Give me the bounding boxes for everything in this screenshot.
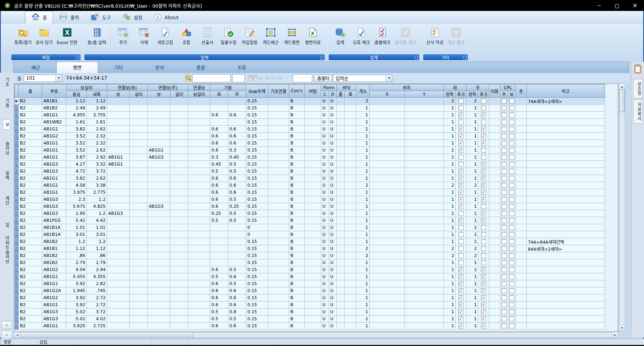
conn-beam-length-cell[interactable] — [188, 168, 210, 175]
pos-y-cell[interactable] — [405, 316, 444, 323]
zone-cell[interactable] — [516, 287, 527, 294]
foundation-conn-cell[interactable] — [268, 294, 289, 301]
row-marker[interactable] — [15, 112, 19, 119]
conn-left-length-cell[interactable] — [130, 182, 148, 189]
note-cell[interactable] — [527, 196, 605, 203]
anchor-right-cell[interactable]: 2 — [467, 252, 478, 259]
slab-thickness-cell[interactable]: 0.15 — [246, 309, 268, 316]
burim-cell[interactable] — [305, 301, 321, 309]
beam-center-cell[interactable]: 4.72 — [66, 168, 87, 175]
zone-cell[interactable] — [516, 119, 527, 126]
conc-cell[interactable]: B — [289, 133, 305, 140]
slab-thickness-cell[interactable]: 0.15 — [246, 266, 268, 273]
column-subheader-보[interactable]: 보 — [107, 91, 130, 98]
note-cell[interactable] — [527, 294, 605, 301]
column-left-cell[interactable] — [210, 245, 228, 252]
joint-cell[interactable] — [489, 259, 500, 266]
pos-y-cell[interactable] — [405, 294, 444, 301]
form-d-cell[interactable]: U — [329, 245, 337, 252]
cpl-main-cell[interactable] — [500, 119, 508, 126]
pos-x-cell[interactable] — [370, 231, 405, 238]
pos-x-cell[interactable] — [370, 112, 405, 119]
beam-inner-width-cell[interactable]: 2.72 — [87, 301, 107, 309]
pos-y-cell[interactable] — [405, 231, 444, 238]
anchor-right-cell[interactable]: 1 — [467, 119, 478, 126]
conn-right-length-cell[interactable] — [170, 309, 188, 316]
cpl-beam-cell[interactable] — [508, 280, 516, 287]
floor-form-cell[interactable] — [337, 147, 345, 154]
cpl-beam-checkbox[interactable] — [509, 148, 514, 153]
floor-form-cell[interactable] — [337, 161, 345, 168]
pos-x-cell[interactable] — [370, 189, 405, 196]
conn-right-beam-cell[interactable] — [148, 196, 170, 203]
anchor-left-cell[interactable]: 1 — [444, 140, 456, 147]
foundation-conn-cell[interactable] — [268, 175, 289, 182]
cpl-main-checkbox[interactable] — [501, 211, 506, 216]
cpl-beam-checkbox[interactable] — [509, 295, 514, 300]
conn-right-length-cell[interactable] — [170, 98, 188, 105]
horizontal-scrollbar[interactable]: ◀ ▶ — [14, 332, 618, 338]
toolbar-button-동/층 입력[interactable]: 동/층 입력 — [86, 25, 108, 45]
burim-cell[interactable] — [305, 168, 321, 175]
hook-right-cell[interactable]: ✓ — [478, 133, 489, 140]
ribbon-tab-설정[interactable]: 설정 — [116, 11, 148, 24]
hook-right-cell[interactable]: ✓ — [478, 266, 489, 273]
anchor-right-cell[interactable]: 2 — [467, 245, 478, 252]
cpl-main-checkbox[interactable] — [501, 134, 506, 139]
form-c-cell[interactable]: U — [321, 112, 329, 119]
conc-cell[interactable]: B — [289, 112, 305, 119]
floor-cell[interactable]: B2 — [19, 168, 42, 175]
hook-left-cell[interactable]: ✓ — [456, 168, 467, 175]
burim-cell[interactable] — [305, 316, 321, 323]
cpl-main-checkbox[interactable] — [501, 204, 506, 209]
conc-cell[interactable]: B — [289, 98, 305, 105]
burim-cell[interactable] — [305, 119, 321, 126]
zone-cell[interactable] — [516, 182, 527, 189]
hook-left-cell[interactable]: ✓ — [456, 133, 467, 140]
column-left-cell[interactable] — [210, 98, 228, 105]
pos-y-cell[interactable] — [405, 133, 444, 140]
note-cell[interactable] — [527, 133, 605, 140]
joint-cell[interactable] — [489, 231, 500, 238]
conn-right-beam-cell[interactable] — [148, 210, 170, 217]
floor-form-cell[interactable] — [337, 224, 345, 231]
hook-right-checkbox[interactable] — [481, 105, 486, 111]
table-row[interactable]: B2AB1WB21.611.610.15BUU111 — [15, 119, 605, 126]
anchor-left-cell[interactable]: 1 — [444, 259, 456, 266]
hook-left-cell[interactable] — [456, 154, 467, 161]
column-right-cell[interactable]: 0.5 — [228, 266, 246, 273]
note-cell[interactable] — [527, 112, 605, 119]
joint-cell[interactable] — [489, 119, 500, 126]
note-cell[interactable] — [527, 168, 605, 175]
slab-thickness-cell[interactable]: 0.15 — [246, 273, 268, 280]
row-marker[interactable] — [15, 105, 19, 112]
pos-y-cell[interactable] — [405, 323, 444, 330]
cpl-main-cell[interactable] — [500, 105, 508, 112]
hook-left-cell[interactable]: ✓ — [456, 323, 467, 330]
hook-left-cell[interactable]: ✓ — [456, 273, 467, 280]
cpl-beam-cell[interactable] — [508, 273, 516, 280]
hook-right-cell[interactable]: ✓ — [478, 301, 489, 309]
floor-cell[interactable]: B2 — [19, 294, 42, 301]
form-d-cell[interactable]: U — [329, 280, 337, 287]
hook-left-cell[interactable]: ✓ — [456, 140, 467, 147]
form-c-cell[interactable]: U — [321, 245, 329, 252]
cpl-beam-checkbox[interactable] — [509, 246, 514, 251]
note-cell[interactable] — [527, 126, 605, 133]
toolbar-button-산식 작성[interactable]: 산식 작성 — [424, 25, 445, 45]
count-cell[interactable]: 1 — [356, 273, 370, 280]
search-input[interactable] — [192, 74, 231, 82]
vertical-scrollbar[interactable]: ▲ ▼ — [619, 84, 625, 331]
conn-left-length-cell[interactable] — [130, 309, 148, 316]
conn-right-length-cell[interactable] — [170, 245, 188, 252]
conc-cell[interactable]: B — [289, 154, 305, 161]
conn-right-length-cell[interactable] — [170, 301, 188, 309]
foundation-conn-cell[interactable] — [268, 210, 289, 217]
hook-left-cell[interactable]: ✓ — [456, 280, 467, 287]
hook-left-cell[interactable]: ✓ — [456, 182, 467, 189]
nav-prev-button[interactable]: ⇐ — [265, 75, 270, 81]
joint-cell[interactable] — [489, 294, 500, 301]
code-cell[interactable]: AB1G1 — [42, 126, 66, 133]
conn-beam-length-cell[interactable] — [188, 238, 210, 245]
pos-y-cell[interactable] — [405, 182, 444, 189]
